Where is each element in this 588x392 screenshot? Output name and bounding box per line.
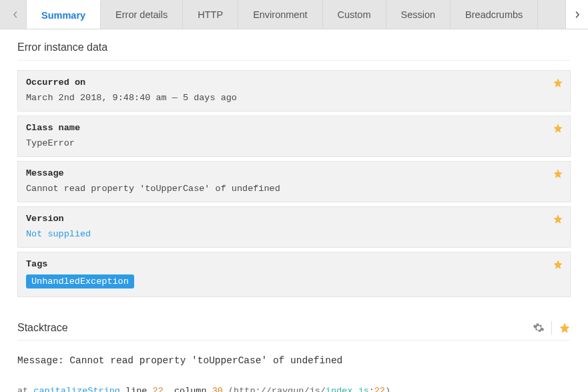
message-text: Cannot read property 'toUpperCase' of un… [69,355,342,366]
field-value: Cannot read property 'toUpperCase' of un… [26,184,562,194]
tab-label: Environment [253,9,307,20]
file-line: 22 [374,386,385,392]
tabs-scroll-left[interactable] [4,0,27,29]
star-toggle[interactable] [553,123,563,134]
section-head-stacktrace: Stacktrace [17,321,571,341]
divider [551,321,552,335]
col-keyword: , column [164,386,212,392]
tab-summary[interactable]: Summary [27,0,101,29]
tab-error-details[interactable]: Error details [101,0,183,29]
settings-button[interactable] [533,322,545,334]
star-icon [553,123,563,134]
chevron-left-icon [12,11,19,18]
star-icon [553,77,563,88]
stack-frame: at capitalizeString line 22, column 30 (… [17,385,571,392]
tab-label: Error details [115,9,168,20]
tab-bar: Summary Error details HTTP Environment C… [0,0,588,29]
field-value: March 2nd 2018, 9:48:40 am — 5 days ago [26,93,562,103]
line-keyword: line [120,386,153,392]
chevron-right-icon [574,11,581,18]
field-message: Message Cannot read property 'toUpperCas… [17,161,571,202]
tab-session[interactable]: Session [386,0,451,29]
star-icon [553,214,563,224]
star-toggle[interactable] [553,77,563,88]
message-prefix: Message: [17,355,69,366]
field-label: Class name [26,123,562,133]
field-value: TypeError [26,138,562,148]
tab-label: HTTP [198,9,223,20]
section-title-stacktrace: Stacktrace [17,322,68,334]
stacktrace-message: Message: Cannot read property 'toUpperCa… [17,354,571,369]
url-close: ) [385,386,390,392]
field-occurred-on: Occurred on March 2nd 2018, 9:48:40 am —… [17,70,571,112]
star-icon [553,168,563,179]
tab-http[interactable]: HTTP [183,0,238,29]
tab-environment[interactable]: Environment [238,0,322,29]
tab-label: Session [401,9,436,20]
col-number: 30 [212,386,223,392]
tab-label: Custom [338,9,371,20]
star-toggle[interactable] [559,322,571,334]
tabs-scroll-right[interactable] [565,0,588,29]
tags-container: UnhandledException [26,274,562,288]
field-value[interactable]: Not supplied [26,229,562,239]
file-name[interactable]: index.js [326,386,369,392]
tab-breadcrumbs[interactable]: Breadcrumbs [451,0,538,29]
field-label: Version [26,214,562,224]
field-label: Message [26,168,562,178]
line-number: 22 [153,386,164,392]
star-toggle[interactable] [553,259,563,270]
field-version: Version Not supplied [17,206,571,248]
at-keyword: at [17,386,33,392]
star-toggle[interactable] [553,214,563,224]
gear-icon [533,322,545,334]
star-icon [559,322,571,334]
sep: : [369,386,374,392]
star-icon [553,259,563,270]
section-title-instance: Error instance data [17,41,571,61]
field-label: Occurred on [26,77,562,87]
tag-pill[interactable]: UnhandledException [26,274,134,288]
star-toggle[interactable] [553,168,563,179]
field-class-name: Class name TypeError [17,116,571,157]
tab-custom[interactable]: Custom [323,0,386,29]
tab-label: Breadcrumbs [465,9,523,20]
function-name[interactable]: capitalizeString [33,386,120,392]
tab-label: Summary [41,10,85,21]
url-open: (http://raygun/js/ [223,386,326,392]
field-tags: Tags UnhandledException [17,252,571,297]
field-label: Tags [26,259,562,269]
